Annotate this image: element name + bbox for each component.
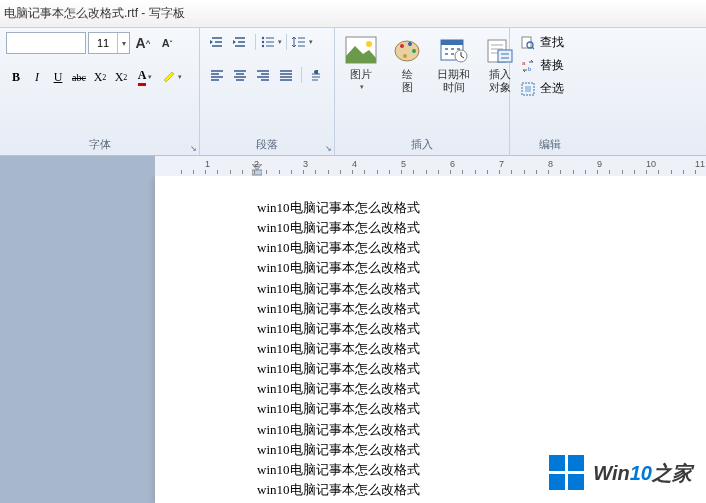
svg-rect-20 (525, 86, 531, 92)
paragraph-dialog-launcher[interactable]: ↘ (325, 144, 332, 153)
document-line[interactable]: win10电脑记事本怎么改格式 (155, 258, 706, 278)
font-color-button[interactable]: A▾ (132, 67, 158, 87)
document-line[interactable]: win10电脑记事本怎么改格式 (155, 379, 706, 399)
shrink-font-button[interactable]: Aˇ (156, 32, 178, 54)
svg-point-0 (262, 37, 264, 39)
font-size-combo[interactable]: 11 ▾ (88, 32, 130, 54)
edit-group-label: 编辑 (516, 134, 584, 155)
ruler-number: 9 (597, 159, 602, 169)
bold-button[interactable]: B (6, 67, 26, 87)
window-title: 电脑记事本怎么改格式.rtf - 写字板 (4, 5, 185, 22)
insert-object-label: 插入 对象 (489, 68, 511, 94)
document-line[interactable]: win10电脑记事本怎么改格式 (155, 198, 706, 218)
document-line[interactable]: win10电脑记事本怎么改格式 (155, 399, 706, 419)
increase-indent-button[interactable] (229, 32, 251, 52)
subscript-button[interactable]: X2 (90, 67, 110, 87)
line-spacing-button[interactable]: ▾ (291, 32, 313, 52)
ruler-number: 1 (205, 159, 210, 169)
svg-text:b: b (528, 66, 532, 72)
font-size-value: 11 (89, 37, 117, 49)
ruler-number: 8 (548, 159, 553, 169)
ruler-number: 3 (303, 159, 308, 169)
align-center-button[interactable] (229, 65, 251, 85)
document-line[interactable]: win10电脑记事本怎么改格式 (155, 420, 706, 440)
calendar-icon (438, 34, 470, 66)
windows-logo-icon (549, 455, 585, 491)
watermark: Win10之家 (549, 455, 692, 491)
document-area: win10电脑记事本怎么改格式win10电脑记事本怎么改格式win10电脑记事本… (0, 176, 706, 503)
ruler[interactable]: 1234567891011 (0, 156, 706, 176)
find-icon (520, 35, 536, 51)
insert-picture-label: 图片 (350, 68, 372, 81)
svg-point-9 (403, 54, 407, 58)
replace-icon: ab (520, 58, 536, 74)
ruler-number: 2 (254, 159, 259, 169)
find-label: 查找 (540, 34, 564, 51)
document-line[interactable]: win10电脑记事本怎么改格式 (155, 299, 706, 319)
chevron-down-icon[interactable]: ▾ (117, 33, 129, 53)
selectall-icon (520, 81, 536, 97)
ruler-number: 6 (450, 159, 455, 169)
ruler-number: 4 (352, 159, 357, 169)
ribbon: 11 ▾ A^ Aˇ B I U abc X2 X2 A▾ ▾ (0, 28, 706, 156)
svg-rect-11 (441, 40, 463, 45)
grow-font-button[interactable]: A^ (132, 32, 154, 54)
underline-button[interactable]: U (48, 67, 68, 87)
replace-button[interactable]: ab 替换 (516, 55, 584, 76)
ribbon-group-insert: 图片 ▾ 绘 图 日期和 时间 (335, 28, 510, 155)
superscript-button[interactable]: X2 (111, 67, 131, 87)
svg-text:a: a (522, 60, 526, 66)
svg-point-7 (408, 42, 412, 46)
find-button[interactable]: 查找 (516, 32, 584, 53)
svg-point-4 (366, 41, 372, 47)
insert-picture-button[interactable]: 图片 ▾ (341, 32, 381, 96)
insert-paint-label: 绘 图 (402, 68, 413, 94)
ruler-number: 5 (401, 159, 406, 169)
document-line[interactable]: win10电脑记事本怎么改格式 (155, 319, 706, 339)
paragraph-group-label: 段落 (206, 134, 328, 155)
insert-paint-button[interactable]: 绘 图 (387, 32, 427, 96)
document-line[interactable]: win10电脑记事本怎么改格式 (155, 238, 706, 258)
svg-point-1 (262, 41, 264, 43)
titlebar: 电脑记事本怎么改格式.rtf - 写字板 (0, 0, 706, 28)
font-dialog-launcher[interactable]: ↘ (190, 144, 197, 153)
document-line[interactable]: win10电脑记事本怎么改格式 (155, 339, 706, 359)
paint-icon (391, 34, 423, 66)
align-justify-button[interactable] (275, 65, 297, 85)
svg-point-6 (400, 44, 404, 48)
replace-label: 替换 (540, 57, 564, 74)
strike-button[interactable]: abc (69, 67, 89, 87)
insert-datetime-button[interactable]: 日期和 时间 (433, 32, 474, 96)
ribbon-group-font: 11 ▾ A^ Aˇ B I U abc X2 X2 A▾ ▾ (0, 28, 200, 155)
document-line[interactable]: win10电脑记事本怎么改格式 (155, 279, 706, 299)
ruler-number: 7 (499, 159, 504, 169)
font-group-label: 字体 (6, 134, 193, 155)
ruler-number: 10 (646, 159, 656, 169)
highlight-button[interactable]: ▾ (159, 67, 185, 87)
bullet-list-button[interactable]: ▾ (260, 32, 282, 52)
selectall-button[interactable]: 全选 (516, 78, 584, 99)
ruler-number: 11 (695, 159, 705, 169)
watermark-text: Win10之家 (593, 460, 692, 487)
ribbon-group-paragraph: ▾ ▾ (200, 28, 335, 155)
decrease-indent-button[interactable] (206, 32, 228, 52)
document-line[interactable]: win10电脑记事本怎么改格式 (155, 359, 706, 379)
picture-icon (345, 34, 377, 66)
document-line[interactable]: win10电脑记事本怎么改格式 (155, 218, 706, 238)
align-right-button[interactable] (252, 65, 274, 85)
align-left-button[interactable] (206, 65, 228, 85)
insert-datetime-label: 日期和 时间 (437, 68, 470, 94)
paragraph-dialog-button[interactable] (306, 65, 328, 85)
selectall-label: 全选 (540, 80, 564, 97)
svg-point-8 (412, 49, 416, 53)
svg-point-2 (262, 45, 264, 47)
ribbon-group-edit: 查找 ab 替换 全选 编辑 (510, 28, 590, 155)
insert-group-label: 插入 (341, 134, 503, 155)
document-page[interactable]: win10电脑记事本怎么改格式win10电脑记事本怎么改格式win10电脑记事本… (155, 176, 706, 503)
italic-button[interactable]: I (27, 67, 47, 87)
chevron-down-icon: ▾ (360, 83, 364, 91)
